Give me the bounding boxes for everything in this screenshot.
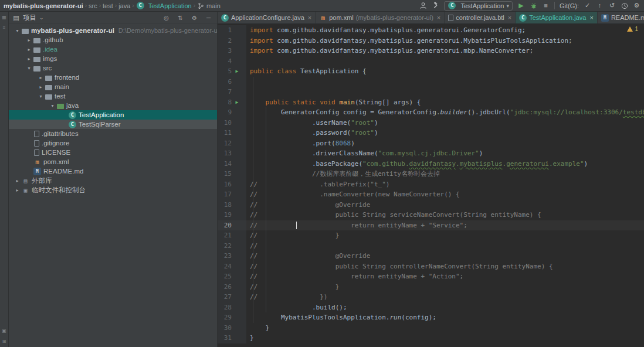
run-gutter-icon[interactable]: ▶	[232, 66, 242, 77]
gutter[interactable]: 8▶	[218, 97, 246, 108]
stop-button[interactable]: ■	[542, 2, 550, 9]
line-number[interactable]: 8	[218, 97, 232, 108]
tree-row[interactable]: LICENSE	[9, 148, 217, 157]
line-number[interactable]: 12	[218, 138, 232, 149]
chevron-down-icon[interactable]: ⌄	[39, 15, 44, 21]
code-line[interactable]: 31}	[218, 333, 644, 343]
line-number[interactable]: 18	[218, 200, 232, 210]
code-line[interactable]: 23// @Override	[218, 251, 644, 261]
editor-tab[interactable]: MREADME.md×	[598, 12, 644, 23]
line-number[interactable]: 14	[218, 159, 232, 169]
terminal-stripe-icon[interactable]: ⊞	[1, 339, 8, 344]
panel-menu-icon[interactable]: ▤	[12, 14, 20, 22]
code-line[interactable]: 14 .basePackage("com.github.davidfantasy…	[218, 159, 644, 169]
gutter[interactable]: 5▶	[218, 66, 246, 77]
tree-row[interactable]: ▸main	[9, 82, 217, 91]
gutter[interactable]: 2	[218, 36, 246, 46]
code-line[interactable]: 9 GeneratorConfig config = GeneratorConf…	[218, 107, 644, 118]
breadcrumb-item[interactable]: src	[89, 2, 97, 9]
editor-tab[interactable]: controller.java.btl×	[445, 12, 516, 23]
line-number[interactable]: 3	[218, 46, 232, 56]
code-line[interactable]: 7	[218, 87, 644, 97]
tree-toggle-icon[interactable]: ▸	[37, 75, 45, 80]
line-number[interactable]: 30	[218, 323, 232, 334]
line-number[interactable]: 9	[218, 107, 232, 118]
line-number[interactable]: 5	[218, 66, 232, 77]
hide-icon[interactable]: ─	[205, 14, 212, 22]
breadcrumb-item[interactable]: main	[197, 2, 221, 9]
code-line[interactable]: 20// return entityName + "Service";	[218, 220, 644, 231]
line-number[interactable]: 19	[218, 210, 232, 220]
gutter[interactable]: 29	[218, 312, 246, 323]
code-line[interactable]: 15 //数据库表前缀，生成entity名称时会去掉	[218, 169, 644, 179]
build-hammer-icon[interactable]	[432, 2, 439, 9]
code-line[interactable]: 10 .userName("root")	[218, 118, 644, 128]
line-number[interactable]: 22	[218, 241, 232, 251]
line-number[interactable]: 31	[218, 333, 232, 343]
code-line[interactable]: 27// })	[218, 292, 644, 302]
breadcrumb-item[interactable]: java	[118, 2, 130, 9]
settings-icon[interactable]: ⚙	[191, 14, 198, 22]
code-line[interactable]: 22//	[218, 241, 644, 251]
structure-stripe-icon[interactable]: ≡	[1, 25, 8, 30]
code-line[interactable]: 21// }	[218, 230, 644, 241]
tree-toggle-icon[interactable]: ▸	[25, 56, 33, 62]
line-number[interactable]: 27	[218, 292, 232, 302]
gutter[interactable]: 10	[218, 118, 246, 128]
code-line[interactable]: 12 .port(8068)	[218, 138, 644, 149]
gutter[interactable]: 6	[218, 77, 246, 87]
line-number[interactable]: 4	[218, 56, 232, 67]
line-number[interactable]: 24	[218, 261, 232, 272]
code-line[interactable]: 19// public String serviceNameConvert(St…	[218, 210, 644, 220]
tree-row[interactable]: mpom.xml	[9, 157, 217, 166]
gutter[interactable]: 16	[218, 179, 246, 190]
commit-check-icon[interactable]: ✓	[584, 2, 591, 9]
gutter[interactable]: 17	[218, 189, 246, 200]
gutter[interactable]: 4	[218, 56, 246, 67]
tree-toggle-icon[interactable]: ▸	[37, 84, 45, 90]
code-line[interactable]: 11 .password("root")	[218, 128, 644, 138]
tree-toggle-icon[interactable]: ▸	[25, 38, 33, 43]
line-number[interactable]: 2	[218, 36, 232, 46]
line-number[interactable]: 29	[218, 312, 232, 323]
tree-toggle-icon[interactable]: ▾	[49, 103, 56, 108]
tree-row[interactable]: ▾mybatis-plus-generator-uiD:\Demo\mybati…	[9, 26, 217, 35]
code-line[interactable]: 29 MybatisPlusToolsApplication.run(confi…	[218, 312, 644, 323]
tree-toggle-icon[interactable]: ▸	[13, 188, 21, 193]
code-line[interactable]: 13 .driverClassName("com.mysql.cj.jdbc.D…	[218, 148, 644, 159]
code-line[interactable]: 24// public String controllerNameConvert…	[218, 261, 644, 272]
gutter[interactable]: 3	[218, 46, 246, 56]
gutter[interactable]: 23	[218, 251, 246, 261]
run-button[interactable]: ▶	[517, 2, 525, 9]
tree-row[interactable]: ▸frontend	[9, 73, 217, 82]
inspections-widget[interactable]: 1	[627, 26, 638, 32]
gutter[interactable]: 13	[218, 148, 246, 159]
gutter[interactable]: 1	[218, 25, 246, 36]
code-line[interactable]: 6	[218, 77, 644, 87]
breadcrumb-item[interactable]: test	[103, 2, 113, 9]
gutter[interactable]: 31	[218, 333, 246, 343]
gutter[interactable]: 12	[218, 138, 246, 149]
debug-button[interactable]	[530, 2, 537, 9]
tree-toggle-icon[interactable]: ▾	[25, 66, 33, 71]
gutter[interactable]: 20	[218, 220, 246, 231]
line-number[interactable]: 16	[218, 179, 232, 190]
tree-row[interactable]: MREADME.md	[9, 166, 217, 176]
gutter[interactable]: 24	[218, 261, 246, 272]
line-number[interactable]: 26	[218, 282, 232, 292]
tree-row[interactable]: ▸▣临时文件和控制台	[9, 185, 217, 195]
code-line[interactable]: 1import com.github.davidfantasy.mybatisp…	[218, 25, 644, 36]
code-line[interactable]: 16// .tablePrefix("t_")	[218, 179, 644, 190]
line-number[interactable]: 21	[218, 230, 232, 241]
line-number[interactable]: 6	[218, 77, 232, 87]
tree-toggle-icon[interactable]: ▸	[13, 178, 21, 183]
line-number[interactable]: 7	[218, 87, 232, 97]
breadcrumb-item[interactable]: CTestApplication	[136, 2, 192, 9]
tree-toggle-icon[interactable]: ▾	[13, 28, 21, 33]
tree-toggle-icon[interactable]: ▸	[25, 47, 33, 52]
push-up-icon[interactable]: ↑	[596, 2, 604, 9]
close-tab-icon[interactable]: ×	[437, 14, 440, 21]
tree-row[interactable]: ▸.github	[9, 35, 217, 45]
project-stripe-icon[interactable]: ▦	[1, 15, 8, 20]
gutter[interactable]: 9	[218, 107, 246, 118]
